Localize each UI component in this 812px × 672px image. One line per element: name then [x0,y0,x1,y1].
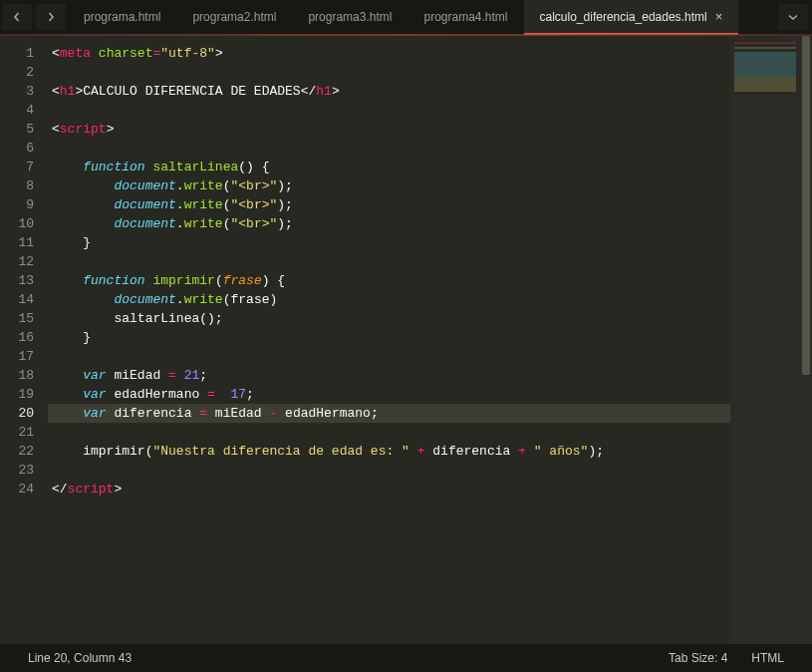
code-line[interactable] [48,101,730,120]
line-number[interactable]: 1 [0,44,34,63]
code-line[interactable]: document.write("<br>"); [48,214,730,233]
tab-calculo_diferencia_edades-html[interactable]: calculo_diferencia_edades.html× [524,0,739,35]
code-line[interactable] [48,347,730,366]
tab-programa3-html[interactable]: programa3.html [292,0,407,34]
code-line[interactable]: function imprimir(frase) { [48,271,730,290]
line-number[interactable]: 12 [0,252,34,271]
line-number[interactable]: 5 [0,120,34,139]
code-line[interactable]: <script> [48,120,730,139]
close-icon[interactable]: × [715,10,723,23]
code-line[interactable]: document.write("<br>"); [48,195,730,214]
code-line[interactable]: imprimir("Nuestra diferencia de edad es:… [48,442,730,461]
tab-overflow-button[interactable] [778,4,808,30]
line-number[interactable]: 7 [0,158,34,176]
code-area[interactable]: <meta charset="utf-8"> <h1>CALCULO DIFER… [48,36,730,644]
tab-programa-html[interactable]: programa.html [68,0,176,34]
code-line[interactable]: var diferencia = miEdad - edadHermano; [48,404,730,423]
tab-label: programa.html [84,10,160,24]
minimap-content [734,42,796,92]
line-number[interactable]: 10 [0,214,34,233]
code-line[interactable]: var edadHermano = 17; [48,385,730,404]
code-line[interactable] [48,139,730,158]
line-number[interactable]: 24 [0,480,34,499]
line-gutter[interactable]: 123456789101112131415161718192021222324 [0,36,48,644]
tab-label: calculo_diferencia_edades.html [540,10,707,24]
status-bar: Line 20, Column 43 Tab Size: 4 HTML [0,644,812,672]
chevron-down-icon [788,12,798,22]
code-line[interactable]: <h1>CALCULO DIFERENCIA DE EDADES</h1> [48,82,730,101]
nav-back-button[interactable] [2,4,32,30]
line-number[interactable]: 15 [0,309,34,328]
code-line[interactable]: document.write(frase) [48,290,730,309]
code-line[interactable]: function saltarLinea() { [48,158,730,176]
line-number[interactable]: 13 [0,271,34,290]
tab-label: programa4.html [423,10,507,24]
code-line[interactable] [48,461,730,480]
code-line[interactable] [48,63,730,82]
tab-label: programa3.html [308,10,392,24]
code-line[interactable]: </script> [48,480,730,499]
editor: 123456789101112131415161718192021222324 … [0,36,812,644]
line-number[interactable]: 17 [0,347,34,366]
code-line[interactable] [48,423,730,442]
code-line[interactable]: var miEdad = 21; [48,366,730,385]
code-line[interactable]: } [48,233,730,252]
code-line[interactable] [48,252,730,271]
code-line[interactable]: saltarLinea(); [48,309,730,328]
line-number[interactable]: 4 [0,101,34,120]
nav-forward-button[interactable] [36,4,66,30]
line-number[interactable]: 11 [0,233,34,252]
line-number[interactable]: 20 [0,404,34,423]
line-number[interactable]: 16 [0,328,34,347]
minimap[interactable] [730,36,800,644]
line-number[interactable]: 8 [0,176,34,195]
tab-spacer [738,0,774,34]
code-line[interactable]: <meta charset="utf-8"> [48,44,730,63]
scrollbar-thumb[interactable] [802,36,810,375]
tab-programa2-html[interactable]: programa2.html [176,0,292,34]
status-tabsize[interactable]: Tab Size: 4 [657,651,739,665]
line-number[interactable]: 14 [0,290,34,309]
code-line[interactable]: } [48,328,730,347]
tab-programa4-html[interactable]: programa4.html [407,0,523,34]
status-cursor[interactable]: Line 20, Column 43 [16,651,143,665]
line-number[interactable]: 19 [0,385,34,404]
line-number[interactable]: 22 [0,442,34,461]
line-number[interactable]: 9 [0,195,34,214]
line-number[interactable]: 23 [0,461,34,480]
line-number[interactable]: 6 [0,139,34,158]
tab-label: programa2.html [192,10,276,24]
code-line[interactable]: document.write("<br>"); [48,176,730,195]
scrollbar-track[interactable] [800,36,812,644]
status-syntax[interactable]: HTML [739,651,796,665]
line-number[interactable]: 18 [0,366,34,385]
tab-bar: programa.htmlprograma2.htmlprograma3.htm… [0,0,812,34]
line-number[interactable]: 21 [0,423,34,442]
chevron-left-icon [12,12,22,22]
line-number[interactable]: 3 [0,82,34,101]
chevron-right-icon [46,12,56,22]
line-number[interactable]: 2 [0,63,34,82]
